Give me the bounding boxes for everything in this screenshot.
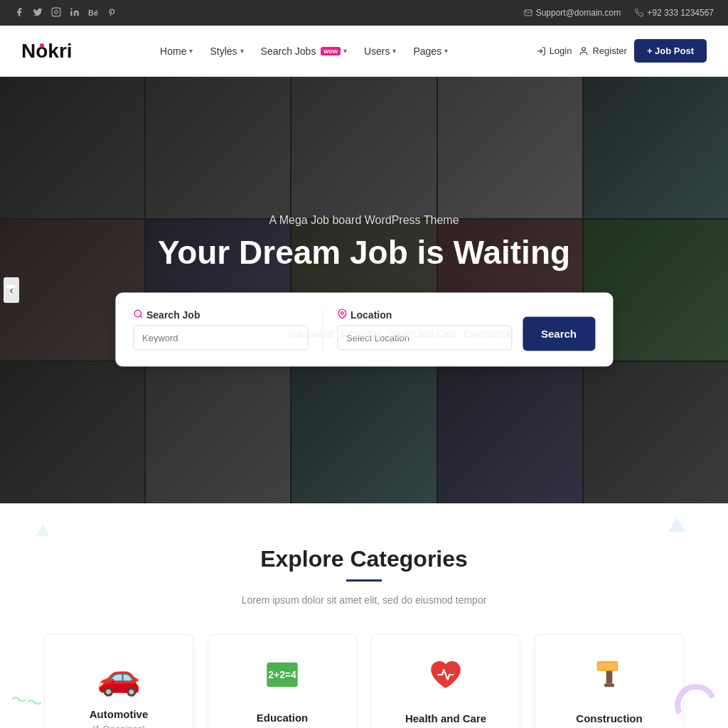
- wow-badge: wow: [321, 47, 341, 55]
- pinterest-icon[interactable]: [107, 7, 117, 19]
- svg-line-6: [140, 316, 142, 318]
- logo-text: Nokri: [21, 40, 73, 63]
- location-icon: [337, 309, 347, 321]
- deco-triangle-2: [36, 525, 50, 536]
- category-name: Education: [223, 712, 342, 724]
- category-card-education[interactable]: 2+2=4 Education (1 Openings): [208, 634, 357, 728]
- most-searches-label: Most Searches: [215, 327, 281, 338]
- search-icon: [133, 309, 143, 321]
- search-button[interactable]: Search: [523, 316, 595, 350]
- deco-triangle: [668, 518, 685, 532]
- nav-search-jobs[interactable]: Search Jobs wow ▾: [261, 46, 347, 57]
- svg-point-4: [582, 47, 586, 50]
- most-search-tag-health[interactable]: Health and Care: [389, 327, 456, 338]
- chevron-down-icon: ▾: [240, 47, 244, 55]
- behance-icon[interactable]: Bé: [88, 9, 98, 17]
- most-search-tag-engineering[interactable]: Engineering: [464, 327, 513, 338]
- login-button[interactable]: Login: [536, 46, 572, 56]
- category-card-automotive[interactable]: 🚗 Automotive (1 Openings): [44, 634, 193, 728]
- top-bar: Bé Support@domain.com +92 333 1234567: [0, 0, 728, 26]
- hero-subtitle: A Mega Job board WordPress Theme: [73, 214, 655, 227]
- nav-styles[interactable]: Styles ▾: [210, 46, 243, 57]
- slider-indicator: [6, 285, 16, 290]
- svg-point-2: [70, 8, 72, 9]
- linkedin-icon[interactable]: [70, 7, 80, 19]
- category-name: Construction: [550, 712, 669, 724]
- nav-pages[interactable]: Pages ▾: [413, 46, 448, 57]
- register-button[interactable]: Register: [579, 46, 626, 56]
- chevron-down-icon: ▾: [343, 47, 347, 55]
- facebook-icon[interactable]: [14, 7, 24, 19]
- deco-wave: 〜〜: [9, 688, 44, 714]
- instagram-icon[interactable]: [51, 7, 61, 19]
- hero-section: ‹ A Mega Job board WordPress Theme Your …: [0, 77, 728, 503]
- explore-title: Explore Categories: [21, 546, 707, 572]
- svg-point-5: [134, 310, 141, 316]
- category-count: (1 Openings): [59, 724, 178, 728]
- svg-rect-0: [52, 8, 60, 16]
- category-name: Health and Care: [386, 712, 505, 724]
- slider-dot: [6, 285, 16, 288]
- header: Nokri Home ▾ Styles ▾ Search Jobs wow ▾ …: [0, 26, 728, 77]
- most-searches: Most Searches Automotive Education Healt…: [215, 327, 513, 338]
- nav-home[interactable]: Home ▾: [160, 46, 193, 57]
- twitter-icon[interactable]: [33, 7, 43, 19]
- contact-info: Support@domain.com +92 333 1234567: [524, 8, 714, 18]
- header-actions: Login Register + Job Post: [536, 39, 707, 63]
- nav-users[interactable]: Users ▾: [364, 46, 397, 57]
- support-email: Support@domain.com: [536, 8, 621, 18]
- job-post-button[interactable]: + Job Post: [634, 39, 707, 63]
- category-card-health[interactable]: Health and Care (1 Openings): [371, 634, 520, 728]
- social-links[interactable]: Bé: [14, 7, 117, 19]
- svg-point-7: [341, 312, 343, 315]
- chevron-down-icon: ▾: [392, 47, 396, 55]
- svg-text:2+2=4: 2+2=4: [268, 669, 296, 680]
- health-icon: [386, 656, 505, 702]
- most-search-tag-education[interactable]: Education: [341, 327, 382, 338]
- explore-underline: [346, 579, 382, 582]
- location-label: Location: [337, 309, 512, 321]
- education-icon: 2+2=4: [223, 656, 342, 701]
- phone-number: +92 333 1234567: [647, 8, 714, 18]
- logo[interactable]: Nokri: [21, 40, 73, 63]
- automotive-icon: 🚗: [59, 656, 178, 697]
- construction-icon: [550, 656, 669, 702]
- hero-title: Your Dream Job is Waiting: [73, 234, 655, 272]
- chevron-down-icon: ▾: [189, 47, 193, 55]
- chevron-down-icon: ▾: [444, 47, 448, 55]
- hero-content: A Mega Job board WordPress Theme Your Dr…: [73, 214, 655, 367]
- most-search-tag-automotive[interactable]: Automotive: [287, 327, 333, 338]
- hero-prev-button[interactable]: ‹: [4, 277, 19, 303]
- search-job-label: Search Job: [133, 309, 308, 321]
- categories-grid: 🚗 Automotive (1 Openings) 2+2=4 Educatio…: [44, 634, 684, 728]
- explore-description: Lorem ipsum dolor sit amet elit, sed do …: [21, 594, 707, 606]
- category-name: Automotive: [59, 708, 178, 720]
- svg-rect-13: [604, 683, 614, 687]
- explore-section: 〜〜 Explore Categories Lorem ipsum dolor …: [0, 503, 728, 728]
- main-nav: Home ▾ Styles ▾ Search Jobs wow ▾ Users …: [160, 46, 448, 57]
- category-card-construction[interactable]: Construction (1 Openings): [535, 634, 684, 728]
- svg-rect-12: [598, 663, 616, 670]
